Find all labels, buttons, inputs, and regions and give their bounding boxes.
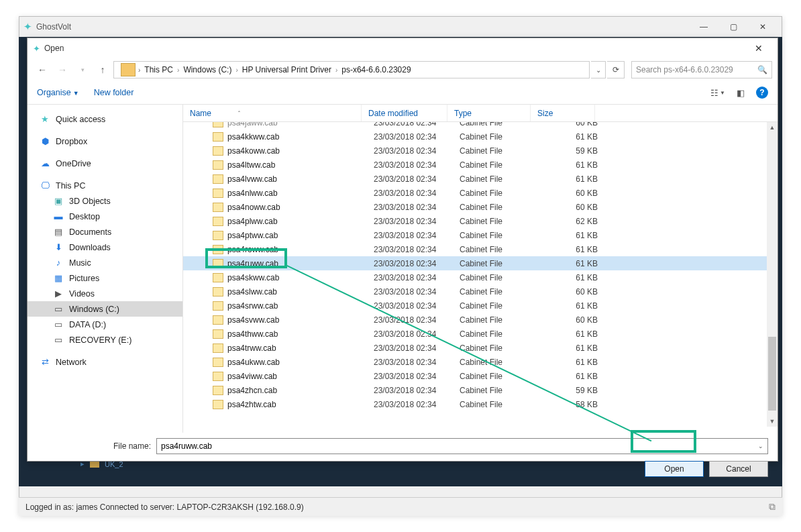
file-row[interactable]: psa4koww.cab 23/03/2018 02:34 Cabinet Fi… (183, 144, 778, 158)
breadcrumb[interactable]: › This PC› Windows (C:)› HP Universal Pr… (113, 61, 590, 78)
sidebar-item[interactable]: 🖵This PC (28, 178, 182, 193)
sidebar-icon: ⬇ (53, 243, 64, 252)
sidebar-label: Music (69, 258, 91, 268)
file-size: 60 KB (543, 315, 598, 325)
scrollbar[interactable]: ▲ ▼ (767, 122, 778, 427)
sidebar-item[interactable]: ⬢Dropbox (28, 134, 182, 149)
file-type: Cabinet File (460, 132, 543, 142)
search-input[interactable]: Search ps-x64-6.6.0.23029 🔍 (631, 61, 772, 78)
sidebar-item[interactable]: ▦Pictures (28, 270, 182, 286)
nav-row: ← → ▾ ↑ › This PC› Windows (C:)› HP Univ… (28, 58, 778, 81)
sidebar-item[interactable]: ▭DATA (D:) (28, 317, 182, 332)
breadcrumb-dropdown[interactable]: ⌄ (591, 61, 606, 78)
file-row[interactable]: psa4zhcn.cab 23/03/2018 02:34 Cabinet Fi… (183, 383, 778, 397)
file-size: 59 KB (543, 386, 598, 395)
sidebar-item[interactable]: ⇄Network (28, 354, 182, 370)
file-icon (213, 259, 223, 268)
sidebar-icon: ▤ (53, 227, 64, 237)
forward-button[interactable]: → (53, 61, 72, 78)
breadcrumb-seg-2[interactable]: HP Universal Print Driver (242, 65, 331, 74)
recent-dropdown[interactable]: ▾ (73, 61, 92, 78)
sidebar-item[interactable]: ☁OneDrive (28, 156, 182, 171)
file-row[interactable]: psa4ptww.cab 23/03/2018 02:34 Cabinet Fi… (183, 228, 778, 242)
file-size: 61 KB (543, 372, 598, 381)
file-row[interactable]: psa4viww.cab 23/03/2018 02:34 Cabinet Fi… (183, 369, 778, 383)
filename-dropdown-icon[interactable]: ⌄ (758, 443, 763, 449)
sidebar-item[interactable]: ▤Documents (28, 224, 182, 240)
sidebar-item[interactable]: ▬Desktop (28, 209, 182, 224)
file-row[interactable]: psa4lvww.cab 23/03/2018 02:34 Cabinet Fi… (183, 172, 778, 186)
status-text: Logged in as: james Connected to server:… (25, 502, 304, 512)
open-button[interactable]: Open (645, 461, 704, 477)
file-size: 61 KB (543, 245, 598, 254)
dialog-close-button[interactable]: ✕ (745, 43, 772, 54)
status-bar: Logged in as: james Connected to server:… (19, 497, 782, 516)
view-menu[interactable]: ☷ ▼ (710, 85, 725, 100)
file-name: psa4roww.cab (227, 245, 374, 254)
file-row[interactable]: psa4kkww.cab 23/03/2018 02:34 Cabinet Fi… (183, 129, 778, 144)
file-row[interactable]: psa4ukww.cab 23/03/2018 02:34 Cabinet Fi… (183, 355, 778, 369)
file-row[interactable]: psa4skww.cab 23/03/2018 02:34 Cabinet Fi… (183, 270, 778, 284)
scroll-thumb[interactable] (768, 337, 776, 411)
col-type[interactable]: Type (447, 105, 531, 121)
file-icon (213, 122, 223, 127)
file-size: 60 KB (543, 203, 598, 212)
file-row[interactable]: psa4nlww.cab 23/03/2018 02:34 Cabinet Fi… (183, 186, 778, 200)
file-row[interactable]: psa4svww.cab 23/03/2018 02:34 Cabinet Fi… (183, 313, 778, 327)
col-size[interactable]: Size (531, 105, 595, 121)
new-folder-button[interactable]: New folder (94, 88, 134, 97)
file-row[interactable]: psa4slww.cab 23/03/2018 02:34 Cabinet Fi… (183, 284, 778, 299)
up-button[interactable]: ↑ (93, 61, 112, 78)
back-button[interactable]: ← (33, 61, 52, 78)
search-placeholder: Search ps-x64-6.6.0.23029 (636, 65, 733, 74)
organise-menu[interactable]: Organise▼ (37, 88, 79, 97)
close-app-button[interactable]: ✕ (748, 17, 778, 36)
column-headers[interactable]: Nameˆ Date modified Type Size (183, 105, 778, 122)
sidebar-label: Network (56, 358, 87, 367)
file-row[interactable]: psa4ruww.cab 23/03/2018 02:34 Cabinet Fi… (183, 256, 778, 270)
minimize-button[interactable]: — (689, 17, 718, 36)
filename-input[interactable]: psa4ruww.cab ⌄ (156, 438, 768, 454)
file-size: 61 KB (543, 231, 598, 240)
sidebar-icon: ▦ (53, 274, 64, 283)
breadcrumb-seg-3[interactable]: ps-x64-6.6.0.23029 (341, 65, 411, 74)
scroll-down-icon[interactable]: ▼ (767, 416, 778, 427)
file-row[interactable]: psa4plww.cab 23/03/2018 02:34 Cabinet Fi… (183, 214, 778, 228)
file-name: psa4koww.cab (227, 146, 374, 156)
sidebar-item[interactable]: ▭RECOVERY (E:) (28, 332, 182, 348)
file-name: psa4skww.cab (227, 273, 374, 282)
sidebar-item[interactable]: ▣3D Objects (28, 193, 182, 209)
sidebar-label: 3D Objects (69, 197, 111, 206)
cancel-button[interactable]: Cancel (709, 461, 768, 477)
file-list[interactable]: psa4jaww.cab 23/03/2018 02:34 Cabinet Fi… (183, 122, 778, 427)
file-icon (213, 203, 223, 212)
file-row[interactable]: psa4ltww.cab 23/03/2018 02:34 Cabinet Fi… (183, 158, 778, 172)
file-row[interactable]: psa4zhtw.cab 23/03/2018 02:34 Cabinet Fi… (183, 397, 778, 411)
file-icon (213, 231, 223, 240)
file-row[interactable]: psa4noww.cab 23/03/2018 02:34 Cabinet Fi… (183, 200, 778, 214)
sidebar-item[interactable]: ♪Music (28, 255, 182, 270)
file-row[interactable]: psa4srww.cab 23/03/2018 02:34 Cabinet Fi… (183, 299, 778, 313)
file-row[interactable]: psa4jaww.cab 23/03/2018 02:34 Cabinet Fi… (183, 122, 778, 129)
breadcrumb-seg-1[interactable]: Windows (C:) (183, 65, 231, 74)
sidebar-item[interactable]: ★Quick access (28, 111, 182, 127)
file-date: 23/03/2018 02:34 (374, 343, 460, 353)
scroll-up-icon[interactable]: ▲ (767, 122, 778, 133)
breadcrumb-seg-0[interactable]: This PC (144, 65, 173, 74)
file-icon (213, 160, 223, 170)
col-date[interactable]: Date modified (362, 105, 447, 121)
refresh-button[interactable]: ⟳ (607, 61, 625, 78)
file-name: psa4plww.cab (227, 217, 374, 226)
file-date: 23/03/2018 02:34 (374, 358, 460, 367)
file-row[interactable]: psa4thww.cab 23/03/2018 02:34 Cabinet Fi… (183, 327, 778, 341)
maximize-button[interactable]: ▢ (718, 17, 748, 36)
col-name[interactable]: Nameˆ (183, 105, 362, 121)
file-row[interactable]: psa4trww.cab 23/03/2018 02:34 Cabinet Fi… (183, 341, 778, 355)
help-icon[interactable]: ? (756, 87, 768, 99)
sidebar-item[interactable]: ⬇Downloads (28, 240, 182, 255)
file-row[interactable]: psa4roww.cab 23/03/2018 02:34 Cabinet Fi… (183, 242, 778, 256)
sidebar-item[interactable]: ▭Windows (C:) (28, 301, 182, 317)
preview-pane-button[interactable]: ◧ (733, 85, 748, 100)
status-panel-icon[interactable]: ⧉ (769, 501, 776, 513)
sidebar-item[interactable]: ▶Videos (28, 286, 182, 301)
